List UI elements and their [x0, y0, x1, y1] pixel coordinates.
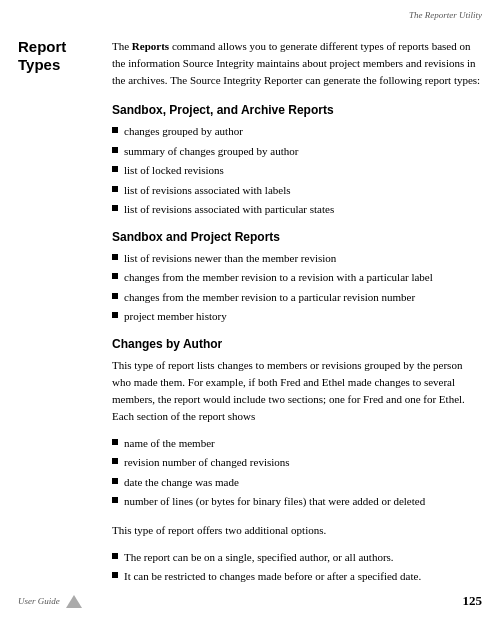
list-item: date the change was made	[112, 474, 482, 491]
intro-paragraph: The Reports command allows you to genera…	[112, 38, 482, 89]
subsection-changes-by-author: Changes by Author This type of report li…	[112, 337, 482, 585]
bullet-icon	[112, 439, 118, 445]
bullet-icon	[112, 254, 118, 260]
list-item: revision number of changed revisions	[112, 454, 482, 471]
subsection-sandbox-project-archive: Sandbox, Project, and Archive Reports ch…	[112, 103, 482, 218]
changes-by-author-intro: This type of report lists changes to mem…	[112, 357, 482, 425]
list-item: list of locked revisions	[112, 162, 482, 179]
triangle-icon	[66, 595, 82, 608]
list-item: summary of changes grouped by author	[112, 143, 482, 160]
bullet-icon	[112, 166, 118, 172]
list-item: The report can be on a single, specified…	[112, 549, 482, 566]
list-item: It can be restricted to changes made bef…	[112, 568, 482, 585]
list-item: number of lines (or bytes for binary fil…	[112, 493, 482, 510]
footer-left: User Guide	[18, 595, 82, 608]
list-item: changes from the member revision to a re…	[112, 269, 482, 286]
bullet-icon	[112, 273, 118, 279]
changes-by-author-outro: This type of report offers two additiona…	[112, 522, 482, 539]
list-item: list of revisions newer than the member …	[112, 250, 482, 267]
bullet-list-1: changes grouped by author summary of cha…	[112, 123, 482, 218]
bullet-icon	[112, 572, 118, 578]
bullet-icon	[112, 127, 118, 133]
user-guide-label: User Guide	[18, 596, 60, 606]
subsection-sandbox-project: Sandbox and Project Reports list of revi…	[112, 230, 482, 325]
subsection-heading-1: Sandbox, Project, and Archive Reports	[112, 103, 482, 117]
list-item: name of the member	[112, 435, 482, 452]
bullet-icon	[112, 478, 118, 484]
bullet-icon	[112, 205, 118, 211]
bullet-list-3: name of the member revision number of ch…	[112, 435, 482, 510]
section-title-column: Report Types	[18, 24, 108, 585]
subsection-heading-3: Changes by Author	[112, 337, 482, 351]
bullet-icon	[112, 186, 118, 192]
page-number: 125	[463, 593, 483, 609]
bullet-icon	[112, 497, 118, 503]
page-header: The Reporter Utility	[409, 10, 482, 20]
bullet-icon	[112, 312, 118, 318]
bullet-icon	[112, 147, 118, 153]
main-content: Report Types The Reports command allows …	[18, 24, 482, 585]
list-item: list of revisions associated with partic…	[112, 201, 482, 218]
section-body: The Reports command allows you to genera…	[108, 24, 482, 585]
header-text: The Reporter Utility	[409, 10, 482, 20]
bullet-list-4: The report can be on a single, specified…	[112, 549, 482, 585]
bullet-icon	[112, 553, 118, 559]
list-item: changes from the member revision to a pa…	[112, 289, 482, 306]
bullet-icon	[112, 293, 118, 299]
subsection-heading-2: Sandbox and Project Reports	[112, 230, 482, 244]
bullet-list-2: list of revisions newer than the member …	[112, 250, 482, 325]
reports-bold: Reports	[132, 40, 169, 52]
page-title: Report Types	[18, 38, 108, 74]
page-footer: User Guide 125	[0, 593, 500, 609]
list-item: project member history	[112, 308, 482, 325]
list-item: list of revisions associated with labels	[112, 182, 482, 199]
bullet-icon	[112, 458, 118, 464]
list-item: changes grouped by author	[112, 123, 482, 140]
